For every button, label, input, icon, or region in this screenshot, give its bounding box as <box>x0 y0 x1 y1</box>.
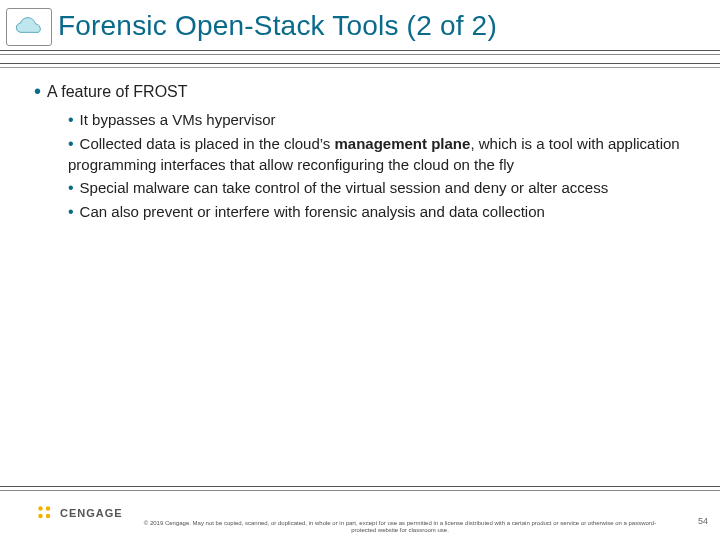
bullet-glyph: • <box>68 203 74 220</box>
item-text: Can also prevent or interfere with foren… <box>80 203 545 220</box>
slide-footer: CENGAGE © 2019 Cengage. May not be copie… <box>0 486 720 540</box>
slide-header: Forensic Open-Stack Tools (2 of 2) <box>0 0 720 46</box>
header-rule-4 <box>0 67 720 68</box>
bullet-level2: •Collected data is placed in the cloud’s… <box>68 134 692 174</box>
item-text-bold: management plane <box>335 135 471 152</box>
bullet-level2: •It bypasses a VMs hypervisor <box>68 110 692 130</box>
bullet-level2: •Can also prevent or interfere with fore… <box>68 202 692 222</box>
header-rule-2 <box>0 54 720 55</box>
bullet-glyph: • <box>68 135 74 152</box>
feature-text: A feature of FROST <box>47 83 188 100</box>
slide-body: •A feature of FROST •It bypasses a VMs h… <box>0 46 720 223</box>
slide: Forensic Open-Stack Tools (2 of 2) •A fe… <box>0 0 720 540</box>
bullet-level1: •A feature of FROST <box>34 78 692 104</box>
brand-text: CENGAGE <box>60 507 123 519</box>
cloud-icon <box>6 8 52 46</box>
footer-rule-1 <box>0 486 720 487</box>
svg-point-3 <box>46 514 51 519</box>
item-text-pre: Collected data is placed in the cloud’s <box>80 135 335 152</box>
brand-mark-icon <box>36 504 54 522</box>
copyright-text: © 2019 Cengage. May not be copied, scann… <box>140 520 660 534</box>
page-number: 54 <box>698 516 708 526</box>
brand: CENGAGE <box>36 504 123 522</box>
footer-rule-2 <box>0 490 720 491</box>
header-rule-3 <box>0 63 720 64</box>
bullet-glyph: • <box>68 179 74 196</box>
item-text: It bypasses a VMs hypervisor <box>80 111 276 128</box>
bullet-glyph: • <box>68 111 74 128</box>
svg-point-2 <box>38 514 43 519</box>
item-text: Special malware can take control of the … <box>80 179 609 196</box>
bullet-level2: •Special malware can take control of the… <box>68 178 692 198</box>
svg-point-0 <box>38 506 43 511</box>
header-rule-1 <box>0 50 720 51</box>
bullet-glyph: • <box>34 80 41 102</box>
svg-point-1 <box>46 506 51 511</box>
slide-title: Forensic Open-Stack Tools (2 of 2) <box>58 10 702 42</box>
